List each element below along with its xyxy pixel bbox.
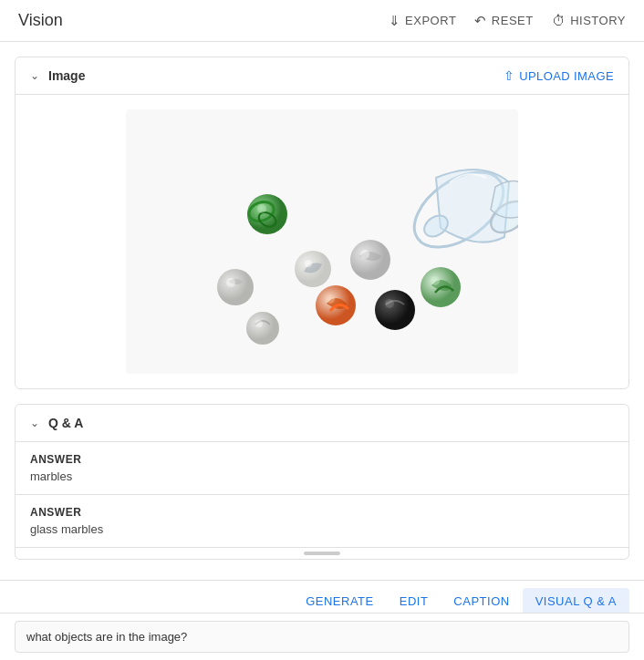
qa-panel-title: Q & A (48, 416, 83, 430)
app-header: Vision ⇓ EXPORT ↶ RESET ⏱ HISTORY (0, 0, 644, 42)
image-panel-title: Image (48, 68, 85, 83)
answer-text-1: marbles (30, 469, 614, 483)
reset-icon: ↶ (474, 13, 487, 29)
history-label: HISTORY (570, 14, 626, 27)
scrollbar-area (16, 548, 628, 559)
image-display-area (16, 95, 628, 388)
qa-header-left: ⌄ Q & A (30, 416, 83, 430)
tab-caption[interactable]: CAPTION (441, 588, 522, 614)
history-button[interactable]: ⏱ HISTORY (552, 13, 626, 28)
svg-point-11 (305, 260, 312, 267)
scrollbar-thumb[interactable] (304, 552, 340, 555)
svg-point-16 (375, 290, 415, 330)
panel-header-left: ⌄ Image (30, 68, 85, 83)
upload-image-button[interactable]: ⇧ UPLOAD IMAGE (504, 68, 614, 83)
svg-point-21 (255, 320, 263, 327)
marbles-image (126, 109, 518, 374)
query-input[interactable] (15, 621, 629, 653)
tab-generate[interactable]: GENERATE (293, 588, 387, 614)
export-button[interactable]: ⇓ EXPORT (389, 13, 457, 29)
tab-visual-qa[interactable]: VISUAL Q & A (523, 588, 629, 614)
answer-block-2: ANSWER glass marbles (16, 495, 628, 548)
svg-point-7 (257, 204, 266, 213)
bottom-input-bar (0, 613, 644, 660)
app-title: Vision (18, 11, 389, 30)
upload-label: UPLOAD IMAGE (519, 69, 614, 83)
image-collapse-icon[interactable]: ⌄ (30, 69, 39, 82)
svg-point-4 (247, 194, 287, 234)
answer-label-2: ANSWER (30, 506, 614, 519)
svg-point-13 (360, 250, 369, 259)
header-actions: ⇓ EXPORT ↶ RESET ⏱ HISTORY (389, 13, 626, 29)
tab-edit[interactable]: EDIT (387, 588, 441, 614)
qa-panel: ⌄ Q & A ANSWER marbles ANSWER glass marb… (15, 404, 629, 560)
svg-point-9 (226, 278, 235, 287)
image-panel-header: ⌄ Image ⇧ UPLOAD IMAGE (16, 57, 628, 95)
export-label: EXPORT (405, 14, 456, 27)
svg-point-15 (326, 294, 335, 304)
svg-point-20 (246, 312, 279, 345)
answer-block-1: ANSWER marbles (16, 442, 628, 495)
svg-point-8 (217, 269, 254, 305)
image-panel: ⌄ Image ⇧ UPLOAD IMAGE (15, 57, 629, 389)
svg-point-19 (431, 276, 440, 285)
download-icon: ⇓ (389, 13, 401, 29)
upload-icon: ⇧ (504, 68, 514, 83)
reset-button[interactable]: ↶ RESET (474, 13, 533, 29)
history-icon: ⏱ (552, 13, 566, 28)
main-content: ⌄ Image ⇧ UPLOAD IMAGE (0, 42, 644, 560)
qa-collapse-icon[interactable]: ⌄ (30, 417, 39, 429)
svg-point-17 (385, 299, 394, 308)
answer-label-1: ANSWER (30, 453, 614, 466)
answer-text-2: glass marbles (30, 522, 614, 536)
qa-panel-header: ⌄ Q & A (16, 405, 628, 442)
reset-label: RESET (492, 14, 534, 27)
